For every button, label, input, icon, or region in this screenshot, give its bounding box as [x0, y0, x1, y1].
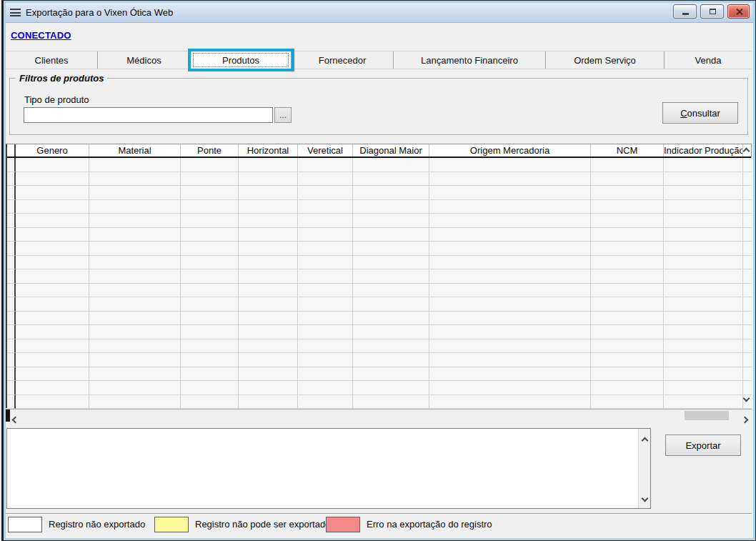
table-row[interactable] — [7, 395, 751, 410]
table-cell — [239, 381, 298, 395]
table-row[interactable] — [7, 353, 751, 367]
table-cell — [353, 242, 429, 256]
tipo-de-produto-input[interactable] — [24, 107, 273, 123]
tab-venda[interactable]: Venda — [665, 51, 752, 69]
maximize-button[interactable] — [700, 4, 724, 19]
tab-fornecedor[interactable]: Fornecedor — [292, 51, 394, 69]
scrollbar-track-cell — [743, 353, 752, 367]
column-header-veretical[interactable]: Veretical — [298, 144, 353, 157]
table-row[interactable] — [7, 297, 751, 312]
table-cell — [298, 312, 353, 326]
table-cell — [664, 284, 743, 298]
table-cell — [591, 367, 664, 382]
table-cell — [429, 312, 591, 326]
minimize-button[interactable] — [673, 4, 697, 19]
table-row[interactable] — [7, 367, 751, 382]
table-cell — [353, 339, 429, 354]
table-cell — [353, 367, 429, 382]
table-row[interactable] — [7, 284, 751, 298]
table-cell — [298, 284, 353, 298]
log-scrollbar[interactable] — [638, 429, 650, 508]
tab-lancamento-financeiro[interactable]: Lançamento Financeiro — [394, 51, 546, 69]
log-scroll-down-button[interactable] — [642, 491, 647, 504]
table-cell — [16, 228, 89, 242]
legend-item-erro-na-exportacao-do-registro: Erro na exportação do registro — [326, 517, 492, 532]
table-row[interactable] — [7, 172, 751, 187]
tab-clientes[interactable]: Clientes — [6, 51, 98, 69]
tab-label: Clientes — [35, 55, 69, 66]
table-cell — [353, 200, 429, 214]
connection-status-link[interactable]: CONECTADO — [11, 30, 71, 41]
table-row[interactable] — [7, 214, 751, 228]
table-cell — [239, 312, 298, 326]
table-cell — [16, 200, 89, 214]
tab-label: Venda — [695, 55, 722, 66]
table-row[interactable] — [7, 158, 751, 172]
tab-medicos[interactable]: Médicos — [98, 51, 191, 69]
horizontal-scrollbar-thumb[interactable] — [685, 411, 729, 420]
column-header-ponte[interactable]: Ponte — [181, 144, 239, 157]
table-row[interactable] — [7, 269, 751, 284]
grid-scroll-up-button[interactable] — [741, 146, 751, 156]
status-legend: Registro não exportadoRegistro não pode … — [4, 517, 754, 538]
log-scroll-up-button[interactable] — [642, 433, 647, 446]
scrollbar-track-cell — [743, 214, 752, 228]
export-log-textarea[interactable] — [7, 429, 650, 508]
table-row[interactable] — [7, 200, 751, 214]
column-header-diagonal-maior[interactable]: Diagonal Maior — [353, 144, 429, 157]
table-cell — [353, 353, 429, 367]
table-cell — [591, 284, 664, 298]
column-header-origem-mercadoria[interactable]: Origem Mercadoria — [429, 144, 591, 157]
browse-button[interactable]: ... — [274, 107, 292, 123]
table-cell — [353, 228, 429, 242]
table-row[interactable] — [7, 325, 751, 339]
tab-produtos[interactable]: Produtos — [191, 51, 292, 69]
row-indicator-cell — [7, 325, 16, 339]
table-row[interactable] — [7, 186, 751, 200]
products-grid: GeneroMaterialPonteHorizontalVereticalDi… — [6, 144, 752, 408]
table-row[interactable] — [7, 242, 751, 256]
consultar-button[interactable]: Consultar — [662, 102, 738, 124]
table-cell — [298, 297, 353, 312]
grid-scroll-down-button[interactable] — [741, 393, 751, 403]
scroll-right-button[interactable] — [742, 412, 747, 425]
column-header-ncm[interactable]: NCM — [591, 144, 664, 157]
table-cell — [429, 339, 591, 354]
table-cell — [591, 256, 664, 270]
table-cell — [16, 158, 89, 172]
table-cell — [89, 242, 181, 256]
table-cell — [353, 297, 429, 312]
table-cell — [239, 395, 298, 410]
title-bar[interactable]: Exportação para o Vixen Ótica Web — [6, 3, 753, 23]
column-header-indicador-producao[interactable]: Indicador Produção — [664, 144, 743, 157]
column-header-horizontal[interactable]: Horizontal — [239, 144, 298, 157]
column-header-genero[interactable]: Genero — [16, 144, 89, 157]
table-cell — [429, 256, 591, 270]
table-cell — [298, 172, 353, 187]
scroll-left-button[interactable] — [13, 412, 18, 425]
grid-horizontal-scrollbar[interactable] — [6, 409, 752, 422]
screen: Exportação para o Vixen Ótica Web CONECT… — [0, 0, 756, 541]
close-button[interactable] — [727, 4, 750, 19]
tab-ordem-servico[interactable]: Ordem Serviço — [546, 51, 665, 69]
table-row[interactable] — [7, 339, 751, 354]
tab-label: Produtos — [222, 55, 259, 66]
table-cell — [664, 312, 743, 326]
table-row[interactable] — [7, 381, 751, 395]
row-indicator-cell — [7, 186, 16, 200]
table-row[interactable] — [7, 256, 751, 270]
table-row[interactable] — [7, 228, 751, 242]
table-cell — [664, 256, 743, 270]
scrollbar-track-cell — [743, 242, 752, 256]
table-cell — [89, 158, 181, 172]
exportar-button[interactable]: Exportar — [665, 435, 741, 456]
table-cell — [664, 242, 743, 256]
table-cell — [89, 200, 181, 214]
table-cell — [181, 158, 239, 172]
column-header-material[interactable]: Material — [89, 144, 181, 157]
table-cell — [16, 353, 89, 367]
table-cell — [239, 228, 298, 242]
table-cell — [239, 200, 298, 214]
table-cell — [89, 172, 181, 187]
table-row[interactable] — [7, 312, 751, 326]
